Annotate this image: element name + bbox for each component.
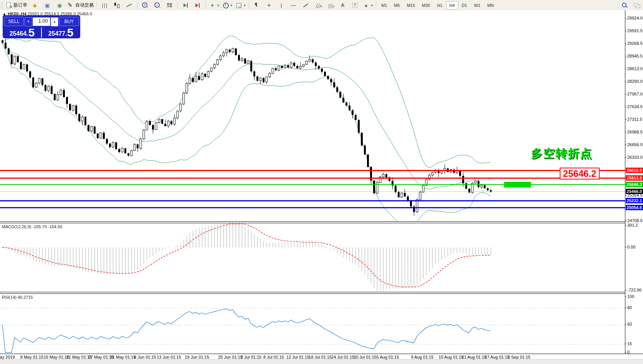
toolbar-separator	[249, 2, 249, 9]
buy-price[interactable]: 25477.5	[42, 27, 80, 38]
indicators-icon	[209, 2, 216, 9]
timeframe-w1-button[interactable]: W1	[471, 1, 484, 10]
signals-icon	[56, 2, 63, 9]
zoom-in-button[interactable]	[139, 1, 151, 10]
horizontal-level-line[interactable]	[0, 200, 625, 201]
horizontal-level-line[interactable]	[0, 170, 625, 171]
buy-button[interactable]: BUY	[59, 17, 79, 26]
highlight-rectangle[interactable]	[504, 182, 531, 188]
timeframe-h1-button[interactable]: H1	[434, 1, 446, 10]
date-axis-label: 2 Sep 01:15	[507, 355, 530, 359]
date-axis-label: 15 Aug 01:15	[439, 355, 464, 359]
tile-windows-button[interactable]	[164, 1, 176, 10]
volume-down-button[interactable]: ▼	[25, 17, 32, 26]
price-axis-label: 26656.0	[627, 142, 643, 147]
indicator-axis-label: 0.00	[627, 245, 635, 249]
horizontal-level-line[interactable]	[0, 207, 625, 208]
chat-button[interactable]	[631, 1, 643, 10]
one-click-trade-panel: SELL ▼ 1.00 ▲ BUY 25464.5 25477.5	[3, 16, 80, 38]
horizontal-line-button[interactable]	[288, 1, 300, 10]
date-axis-label: 30 Jul 01:15	[354, 355, 377, 359]
terminal-button[interactable]	[41, 1, 53, 10]
timeframe-m1-button[interactable]: M1	[378, 1, 390, 10]
search-button[interactable]	[618, 1, 631, 10]
zoom-out-icon	[154, 2, 161, 9]
new-order-button-label: 新订单	[13, 2, 27, 8]
auto-scroll-icon	[182, 2, 189, 9]
price-axis-label: 27311.5	[627, 117, 642, 122]
date-axis-label: 18 Jul 01:15	[309, 355, 332, 359]
price-axis-label: 29591.5	[627, 28, 643, 33]
volume-up-button[interactable]: ▲	[51, 17, 58, 26]
channel-button[interactable]	[312, 1, 324, 10]
sell-button[interactable]: SELL	[4, 17, 24, 26]
timeframe-m15-button[interactable]: M15	[403, 1, 418, 10]
price-axis-label: 27967.0	[627, 92, 643, 96]
buy-price-base: 25477.	[48, 30, 67, 38]
cursor-icon	[253, 2, 260, 9]
text-button[interactable]	[337, 1, 349, 10]
date-axis-label: 5 Aug 01:15	[377, 355, 399, 359]
periods-icon	[222, 2, 229, 9]
turning-point-annotation[interactable]: 多空转折点	[531, 146, 592, 161]
horizontal-level-line[interactable]	[0, 178, 625, 179]
price-axis-label: 28945.5	[627, 54, 643, 58]
candle-chart-button[interactable]	[111, 1, 123, 10]
trendline-icon	[302, 2, 309, 9]
signals-button[interactable]	[53, 1, 66, 10]
date-axis-label: 2 Jul 01:15	[241, 355, 261, 359]
publish-icon	[31, 2, 38, 9]
date-axis-label: 13 Jun 01:15	[157, 355, 181, 359]
timeframe-m5-button[interactable]: M5	[390, 1, 403, 10]
chart-shift-icon	[194, 2, 201, 9]
new-order-button[interactable]: 新订单	[4, 1, 29, 10]
bar-chart-icon	[102, 3, 107, 8]
publish-button[interactable]	[29, 1, 41, 10]
auto-scroll-button[interactable]	[179, 1, 192, 10]
date-axis-label: 12 Jul 01:15	[286, 355, 309, 359]
price-axis-label: 26333.0	[627, 155, 643, 160]
trendline-button[interactable]	[300, 1, 312, 10]
date-axis-label: 24 Jul 01:15	[331, 355, 354, 359]
vertical-line-button[interactable]	[275, 1, 288, 10]
fibonacci-button[interactable]	[324, 1, 337, 10]
shapes-button[interactable]: ▾	[361, 1, 375, 10]
auto-trading-button[interactable]: 自动交易	[66, 1, 95, 10]
cursor-button[interactable]	[251, 1, 263, 10]
indicator-axis-label: 391.2	[627, 223, 638, 227]
level-lines-layer	[0, 10, 625, 354]
zoom-out-button[interactable]	[151, 1, 164, 10]
timeframe-m30-button[interactable]: M30	[418, 1, 433, 10]
indicators-button[interactable]: ▾	[207, 1, 221, 10]
templates-button[interactable]: ▾	[234, 1, 247, 10]
crosshair-button[interactable]	[263, 1, 275, 10]
sell-price-base: 25464.	[10, 30, 28, 38]
timeframe-d1-button[interactable]: D1	[458, 1, 471, 10]
periods-button[interactable]: ▾	[221, 1, 234, 10]
volume-input[interactable]: 1.00	[33, 17, 50, 26]
timeframe-h4-button[interactable]: H4	[446, 1, 458, 10]
templates-icon	[235, 2, 242, 9]
bottom-strip	[0, 359, 643, 364]
chart-shift-button[interactable]	[192, 1, 204, 10]
toolbar-grip	[1, 2, 3, 8]
price-callout-box[interactable]: 25646.2	[560, 168, 600, 180]
date-axis[interactable]: 2 May 20198 May 01:1515 May 01:1521 May …	[0, 354, 643, 360]
line-chart-button[interactable]	[123, 1, 136, 10]
price-badge: 25054.6	[626, 205, 643, 210]
indicator-axis-label: 100	[627, 294, 634, 299]
new-order-icon	[5, 2, 12, 9]
price-badge: 25646.2	[626, 182, 643, 187]
price-axis-label: 28290.0	[627, 79, 643, 84]
horizontal-level-line[interactable]	[0, 184, 625, 185]
price-axis-label: 28613.0	[627, 66, 643, 71]
timeframe-mn-button[interactable]: MN	[484, 1, 497, 10]
price-badge: 25232.1	[626, 198, 643, 203]
auto-trading-icon	[67, 2, 74, 9]
toolbar-separator	[137, 2, 137, 9]
sell-price[interactable]: 25464.5	[3, 27, 41, 38]
label-button[interactable]	[349, 1, 361, 10]
price-axis[interactable]: 29924.029591.529268.528945.528613.028290…	[625, 10, 643, 354]
toolbar-separator	[97, 2, 97, 9]
bar-chart-button[interactable]	[99, 1, 111, 10]
